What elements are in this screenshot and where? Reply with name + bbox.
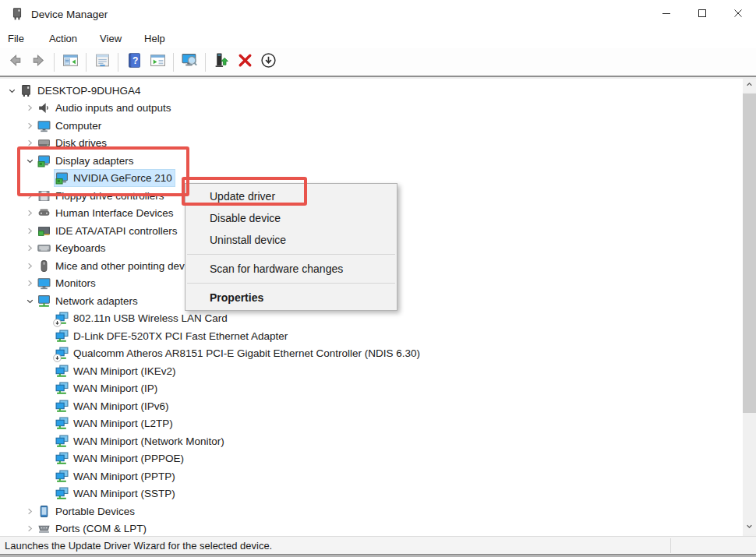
chevron-collapsed-icon[interactable]	[23, 523, 37, 535]
action-pane-button[interactable]	[147, 51, 168, 73]
tree-row[interactable]: DESKTOP-9DUHGA4	[0, 82, 741, 100]
chevron-collapsed-icon[interactable]	[23, 137, 37, 150]
tree-item[interactable]: Portable Devices	[37, 503, 137, 520]
tree-item[interactable]: WAN Miniport (SSTP)	[55, 485, 178, 502]
tree-item[interactable]: 802.11n USB Wireless LAN Card	[55, 310, 230, 326]
tree-item[interactable]: WAN Miniport (IPv6)	[55, 398, 171, 414]
tree-row[interactable]: WAN Miniport (IKEv2)	[0, 362, 741, 380]
forward-button[interactable]	[27, 51, 49, 73]
tree-item[interactable]: IDE ATA/ATAPI controllers	[37, 223, 180, 239]
tree-row[interactable]: WAN Miniport (IP)	[0, 380, 741, 398]
tree-row[interactable]: D-Link DFE-520TX PCI Fast Ethernet Adapt…	[0, 327, 741, 345]
tree-item[interactable]: Network adapters	[37, 293, 140, 309]
menu-action[interactable]: Action	[41, 30, 85, 48]
context-menu-item-uninstall-device[interactable]: Uninstall device	[185, 229, 397, 251]
tree-item[interactable]: Computer	[37, 118, 104, 134]
tree-item[interactable]: WAN Miniport (L2TP)	[55, 415, 175, 432]
svg-text:?: ?	[132, 55, 138, 66]
tree-item[interactable]: Human Interface Devices	[37, 205, 176, 221]
chevron-collapsed-icon[interactable]	[23, 277, 37, 290]
chevron-expanded-icon[interactable]	[23, 294, 37, 307]
tree-item[interactable]: WAN Miniport (Network Monitor)	[55, 433, 227, 449]
tree-row[interactable]: Qualcomm Atheros AR8151 PCI-E Gigabit Et…	[0, 345, 741, 363]
back-button[interactable]	[4, 51, 26, 73]
tree-item-label: WAN Miniport (SSTP)	[73, 488, 175, 499]
tree-item[interactable]: WAN Miniport (IKEv2)	[55, 363, 178, 379]
tree-row[interactable]: WAN Miniport (PPPOE)	[0, 450, 741, 468]
toolbar: ?	[0, 48, 756, 76]
chevron-collapsed-icon[interactable]	[23, 259, 37, 272]
disable-device-button[interactable]	[257, 51, 279, 73]
context-menu-item-properties[interactable]: Properties	[185, 287, 397, 308]
tree-row[interactable]: WAN Miniport (SSTP)	[0, 485, 741, 503]
network-device-icon	[55, 417, 69, 430]
scroll-up-button[interactable]	[743, 79, 756, 92]
tree-item[interactable]: Qualcomm Atheros AR8151 PCI-E Gigabit Et…	[55, 345, 422, 361]
show-console-tree-button[interactable]	[59, 51, 81, 73]
close-button[interactable]	[720, 0, 756, 28]
tree-row[interactable]: WAN Miniport (IPv6)	[0, 397, 741, 415]
update-driver-button[interactable]	[210, 51, 232, 73]
tree-item[interactable]: Disk drives	[37, 135, 109, 151]
maximize-button[interactable]	[684, 0, 720, 28]
tree-item[interactable]: Ports (COM & LPT)	[37, 520, 149, 536]
tree-row[interactable]: 802.11n USB Wireless LAN Card	[0, 310, 741, 328]
down-arrow-badge	[53, 318, 62, 326]
minimize-button[interactable]	[648, 0, 684, 28]
tree-item[interactable]: Mice and other pointing devices	[37, 258, 206, 274]
back-icon	[7, 52, 23, 72]
toolbar-separator	[86, 53, 87, 72]
tree-item[interactable]: WAN Miniport (PPPOE)	[55, 450, 186, 467]
scroll-down-button[interactable]	[743, 520, 756, 534]
tree-item[interactable]: WAN Miniport (PPTP)	[55, 468, 178, 485]
chevron-collapsed-icon[interactable]	[23, 505, 37, 517]
help-button[interactable]: ?	[123, 51, 145, 73]
scan-hardware-button[interactable]	[178, 51, 200, 73]
context-menu-item-scan-for-hardware-changes[interactable]: Scan for hardware changes	[185, 258, 397, 280]
chevron-collapsed-icon[interactable]	[23, 102, 37, 115]
chevron-expanded-icon[interactable]	[23, 154, 37, 167]
context-menu-item-disable-device[interactable]: Disable device	[185, 207, 397, 229]
menu-help[interactable]: Help	[136, 30, 173, 48]
tree-row[interactable]: Portable Devices	[0, 502, 741, 520]
tree-row[interactable]: Disk drives	[0, 135, 741, 153]
vertical-scrollbar[interactable]	[743, 79, 756, 536]
tree-item[interactable]: Audio inputs and outputs	[37, 100, 174, 116]
chevron-collapsed-icon[interactable]	[23, 242, 37, 255]
uninstall-device-button[interactable]	[234, 51, 256, 73]
ide-icon	[37, 224, 51, 238]
tree-item[interactable]: Display adapters	[37, 153, 136, 169]
tree-row[interactable]: Ports (COM & LPT)	[0, 520, 741, 537]
tree-item-label: Display adapters	[55, 155, 134, 167]
properties-pane-button[interactable]	[91, 51, 113, 73]
display-adapter-icon	[37, 154, 51, 167]
tree-row[interactable]: WAN Miniport (Network Monitor)	[0, 432, 741, 450]
network-device-icon	[55, 452, 69, 465]
mouse-icon	[37, 259, 51, 273]
tree-row[interactable]: WAN Miniport (L2TP)	[0, 415, 741, 433]
tree-item[interactable]: NVIDIA GeForce 210	[55, 170, 175, 186]
context-menu-item-update-driver[interactable]: Update driver	[185, 185, 397, 207]
tree-item[interactable]: WAN Miniport (IP)	[55, 380, 160, 397]
tree-item[interactable]: DESKTOP-9DUHGA4	[19, 83, 143, 99]
tree-item[interactable]: Monitors	[37, 275, 98, 291]
chevron-collapsed-icon[interactable]	[23, 207, 37, 220]
chevron-collapsed-icon[interactable]	[23, 224, 37, 237]
uninstall-icon	[237, 52, 253, 72]
chevron-collapsed-icon[interactable]	[23, 189, 37, 202]
tree-item[interactable]: Keyboards	[37, 240, 108, 256]
title-bar: Device Manager	[0, 0, 756, 28]
tree-row[interactable]: WAN Miniport (PPTP)	[0, 467, 741, 485]
tree-item-label: Human Interface Devices	[55, 207, 174, 219]
scrollbar-thumb[interactable]	[743, 93, 756, 413]
tree-item[interactable]: Floppy drive controllers	[37, 188, 167, 204]
tree-row[interactable]: Computer	[0, 117, 741, 135]
tree-row[interactable]: Display adapters	[0, 152, 741, 170]
tree-row[interactable]: Audio inputs and outputs	[0, 100, 741, 118]
menu-file[interactable]: File	[8, 30, 32, 48]
chevron-expanded-icon[interactable]	[5, 84, 19, 97]
minimize-icon	[662, 7, 671, 21]
tree-item[interactable]: D-Link DFE-520TX PCI Fast Ethernet Adapt…	[55, 328, 290, 344]
menu-view[interactable]: View	[92, 30, 129, 48]
chevron-collapsed-icon[interactable]	[23, 119, 37, 132]
